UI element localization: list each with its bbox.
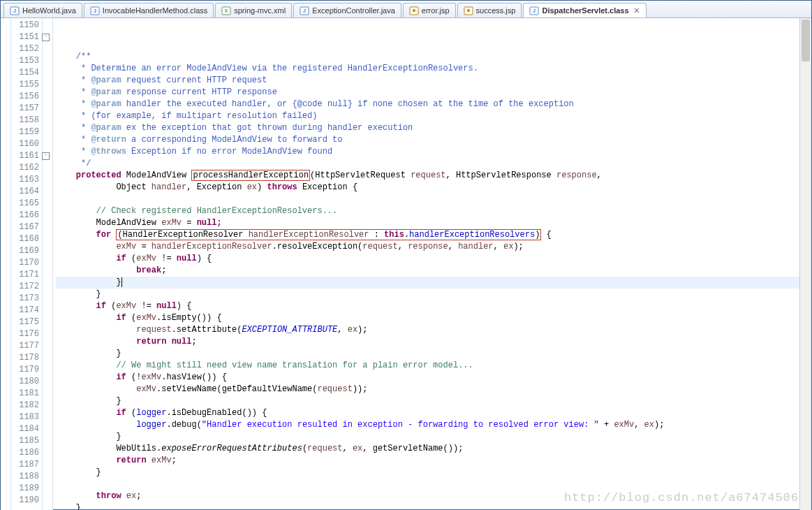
code-line[interactable]: if (exMv.isEmpty()) { [56,312,811,324]
line-number[interactable]: 1179 [11,364,42,376]
line-number[interactable]: 1187 [11,459,42,471]
code-line[interactable]: logger.debug("Handler execution resulted… [56,419,811,431]
code-line[interactable]: if (logger.isDebugEnabled()) { [56,407,811,419]
line-number[interactable]: 1185 [11,435,42,447]
line-number[interactable]: 1155 [11,79,42,91]
code-line[interactable]: // We might still need view name transla… [56,360,811,372]
line-number[interactable]: 1182 [11,400,42,411]
code-line[interactable]: * Determine an error ModelAndView via th… [56,63,811,75]
line-number[interactable]: 1170 [11,257,42,269]
line-number[interactable]: 1178 [11,352,42,364]
code-line[interactable]: exMv = handlerExceptionResolver.resolveE… [56,241,811,253]
code-line[interactable]: Object handler, Exception ex) throws Exc… [56,182,811,194]
code-line[interactable]: } [56,467,811,479]
code-line[interactable]: * (for example, if multipart resolution … [56,110,811,122]
line-number[interactable]: 1156 [11,91,42,103]
code-line[interactable]: return null; [56,336,811,348]
tab-success-jsp[interactable]: success.jsp [457,3,522,17]
tab-dispatcherservlet-class[interactable]: JDispatcherServlet.class [523,3,646,18]
line-number[interactable]: 1157 [11,103,42,115]
editor-area: 11501151-1152115311541155115611571158115… [1,18,811,510]
line-number[interactable]: 1177 [11,340,42,352]
code-content[interactable]: /** * Determine an error ModelAndView vi… [53,18,811,510]
line-number[interactable]: 1165 [11,198,42,210]
line-number[interactable]: 1189 [11,483,42,495]
code-line[interactable]: } [56,348,811,360]
tab-label: spring-mvc.xml [234,6,286,15]
tab-spring-mvc-xml[interactable]: Xspring-mvc.xml [215,3,292,17]
fold-ruler[interactable] [43,18,53,510]
tab-invocablehandlermethod-class[interactable]: JInvocableHandlerMethod.class [84,3,214,17]
fold-toggle-icon[interactable]: - [42,152,50,160]
line-number[interactable]: 1159 [11,126,42,138]
line-number[interactable]: 1162 [11,162,42,174]
line-number[interactable]: 1186 [11,447,42,459]
editor-window: JHelloWorld.javaJInvocableHandlerMethod.… [0,0,812,510]
line-number[interactable]: 1164 [11,186,42,198]
code-line[interactable]: /** [56,51,811,63]
line-number[interactable]: 1152 [11,43,42,55]
code-line[interactable] [56,39,811,51]
line-number[interactable]: 1161- [11,150,42,162]
scrollbar-thumb[interactable] [802,20,810,61]
line-number[interactable]: 1174 [11,305,42,316]
code-line[interactable]: } [56,277,811,289]
code-line[interactable] [56,479,811,490]
line-number[interactable]: 1180 [11,376,42,388]
line-number[interactable]: 1150 [11,20,42,31]
code-line[interactable]: break; [56,265,811,277]
line-number[interactable]: 1181 [11,388,42,400]
tab-error-jsp[interactable]: error.jsp [403,3,456,17]
tab-exceptioncontroller-java[interactable]: JExceptionController.java [293,3,401,17]
line-number[interactable]: 1171 [11,269,42,281]
line-number[interactable]: 1190 [11,495,42,507]
code-line[interactable]: if (exMv != null) { [56,253,811,265]
close-icon[interactable] [633,7,640,14]
vertical-scrollbar[interactable] [799,18,811,510]
line-number[interactable]: 1176 [11,328,42,340]
code-line[interactable]: if (exMv != null) { [56,300,811,312]
line-number[interactable]: 1175 [11,316,42,328]
line-number[interactable]: 1160 [11,138,42,150]
code-line[interactable]: * @return a corresponding ModelAndView t… [56,134,811,146]
code-line[interactable]: } [56,395,811,407]
line-number[interactable]: 1188 [11,471,42,483]
line-number[interactable]: 1167 [11,221,42,233]
code-line[interactable]: ModelAndView exMv = null; [56,217,811,229]
code-line[interactable]: exMv.setViewName(getDefaultViewName(requ… [56,384,811,395]
code-line[interactable]: * @param response current HTTP response [56,87,811,99]
tab-helloworld-java[interactable]: JHelloWorld.java [3,3,82,17]
code-line[interactable]: * @throws Exception if no error ModelAnd… [56,146,811,158]
line-number[interactable]: 1158 [11,115,42,126]
code-line[interactable] [56,194,811,205]
code-line[interactable]: } [56,289,811,300]
line-number[interactable]: 1169 [11,245,42,257]
line-number[interactable]: 1153 [11,55,42,67]
line-number[interactable]: 1151- [11,31,42,43]
code-line[interactable]: */ [56,158,811,170]
line-number[interactable]: 1163 [11,174,42,186]
line-number[interactable]: 1154 [11,67,42,79]
line-number[interactable]: 1173 [11,293,42,305]
line-number[interactable]: 1172 [11,281,42,293]
breakpoint-ruler[interactable] [1,18,11,510]
class-file-icon: J [90,6,100,15]
text-cursor [121,277,122,287]
code-line[interactable]: * @param handler the executed handler, o… [56,99,811,110]
code-line[interactable]: if (!exMv.hasView()) { [56,372,811,384]
line-number[interactable]: 1183 [11,411,42,423]
code-line[interactable]: WebUtils.exposeErrorRequestAttributes(re… [56,443,811,455]
code-line[interactable]: * @param ex the exception that got throw… [56,122,811,134]
code-line[interactable]: protected ModelAndView processHandlerExc… [56,170,811,182]
code-line[interactable]: // Check registered HandlerExceptionReso… [56,205,811,217]
code-line[interactable]: for (HandlerExceptionResolver handlerExc… [56,229,811,241]
line-number[interactable]: 1184 [11,423,42,435]
line-number[interactable]: 1168 [11,233,42,245]
code-line[interactable]: return exMv; [56,455,811,467]
line-number-gutter[interactable]: 11501151-1152115311541155115611571158115… [11,18,43,510]
fold-toggle-icon[interactable]: - [42,34,50,41]
code-line[interactable]: request.setAttribute(EXCEPTION_ATTRIBUTE… [56,324,811,336]
code-line[interactable]: * @param request current HTTP request [56,75,811,87]
line-number[interactable]: 1166 [11,210,42,221]
code-line[interactable]: } [56,431,811,443]
